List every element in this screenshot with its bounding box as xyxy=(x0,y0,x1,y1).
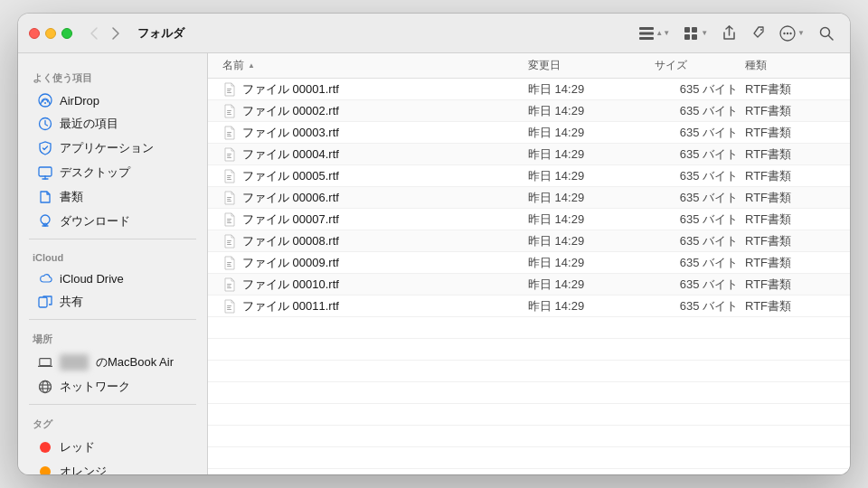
file-kind: RTF書類 xyxy=(745,146,835,163)
sidebar-item-applications[interactable]: アプリケーション xyxy=(24,136,202,160)
column-modified[interactable]: 変更日 xyxy=(528,58,655,73)
file-icon xyxy=(222,277,237,292)
empty-row xyxy=(208,469,850,474)
file-icon xyxy=(222,299,237,314)
sidebar-item-downloads[interactable]: ダウンロード xyxy=(24,210,202,233)
svg-point-22 xyxy=(42,381,48,393)
maximize-button[interactable] xyxy=(61,28,72,39)
table-row[interactable]: ファイル 00002.rtf 昨日 14:29 635 バイト RTF書類 xyxy=(208,100,850,122)
sidebar-item-macbook-label: のMacBook Air xyxy=(96,354,174,371)
sidebar-item-airdrop-label: AirDrop xyxy=(60,94,99,108)
file-modified: 昨日 14:29 xyxy=(528,81,655,98)
table-row[interactable]: ファイル 00010.rtf 昨日 14:29 635 バイト RTF書類 xyxy=(208,274,850,296)
table-row[interactable]: ファイル 00008.rtf 昨日 14:29 635 バイト RTF書類 xyxy=(208,230,850,252)
forward-button[interactable] xyxy=(108,25,123,42)
file-name: ファイル 00002.rtf xyxy=(242,103,339,119)
table-row[interactable]: ファイル 00004.rtf 昨日 14:29 635 バイト RTF書類 xyxy=(208,144,850,165)
file-kind: RTF書類 xyxy=(745,103,835,119)
file-size: 635 バイト xyxy=(655,146,745,163)
sidebar-section-icloud: iCloud xyxy=(18,245,207,267)
table-row[interactable]: ファイル 00009.rtf 昨日 14:29 635 バイト RTF書類 xyxy=(208,252,850,274)
file-modified: 昨日 14:29 xyxy=(528,125,655,141)
svg-rect-19 xyxy=(39,297,47,307)
table-row[interactable]: ファイル 00007.rtf 昨日 14:29 635 バイト RTF書類 xyxy=(208,209,850,230)
svg-rect-38 xyxy=(227,177,231,178)
file-icon xyxy=(222,256,237,270)
sidebar-item-tag-orange[interactable]: オレンジ xyxy=(24,460,202,474)
table-row[interactable]: ファイル 00001.rtf 昨日 14:29 635 バイト RTF書類 xyxy=(208,79,850,100)
titlebar: フォルダ ▲▼ ▼ xyxy=(18,14,850,53)
svg-rect-42 xyxy=(227,201,231,202)
icon-view-button[interactable]: ▼ xyxy=(679,23,713,43)
svg-rect-27 xyxy=(227,92,231,93)
close-button[interactable] xyxy=(29,28,40,39)
table-row[interactable]: ファイル 00003.rtf 昨日 14:29 635 バイト RTF書類 xyxy=(208,122,850,144)
sidebar-item-shared[interactable]: 共有 xyxy=(24,290,202,314)
list-view-button[interactable]: ▲▼ xyxy=(634,23,675,43)
svg-rect-36 xyxy=(227,157,231,158)
file-name: ファイル 00001.rtf xyxy=(242,81,339,98)
table-row[interactable]: ファイル 00006.rtf 昨日 14:29 635 バイト RTF書類 xyxy=(208,187,850,209)
sidebar-item-tag-orange-label: オレンジ xyxy=(60,464,107,474)
sidebar-divider-3 xyxy=(29,404,196,405)
svg-rect-43 xyxy=(227,219,231,220)
main-content: よく使う項目 AirDrop 最近の項目 アプリケーション xyxy=(18,53,850,474)
sidebar-item-downloads-label: ダウンロード xyxy=(60,213,130,230)
svg-point-15 xyxy=(44,102,46,104)
network-icon xyxy=(38,380,52,394)
sidebar-item-desktop-label: デスクトップ xyxy=(60,164,130,181)
file-icon xyxy=(222,169,237,183)
file-name: ファイル 00006.rtf xyxy=(242,190,339,206)
sidebar-item-network-label: ネットワーク xyxy=(60,379,130,395)
icon-view-arrow: ▼ xyxy=(701,29,708,37)
sidebar-item-documents[interactable]: 書類 xyxy=(24,185,202,209)
file-kind: RTF書類 xyxy=(745,298,835,314)
empty-row xyxy=(208,426,850,447)
file-size: 635 バイト xyxy=(655,233,745,249)
file-name: ファイル 00007.rtf xyxy=(242,211,339,228)
file-modified: 昨日 14:29 xyxy=(528,255,655,271)
column-size[interactable]: サイズ xyxy=(655,58,745,73)
file-modified: 昨日 14:29 xyxy=(528,190,655,206)
svg-point-9 xyxy=(783,32,785,33)
minimize-button[interactable] xyxy=(45,28,56,39)
file-name: ファイル 00011.rtf xyxy=(242,298,339,314)
back-button[interactable] xyxy=(87,25,101,42)
more-button[interactable]: ▼ xyxy=(774,22,810,45)
svg-rect-0 xyxy=(639,27,654,30)
table-row[interactable]: ファイル 00005.rtf 昨日 14:29 635 バイト RTF書類 xyxy=(208,165,850,187)
sidebar-item-desktop[interactable]: デスクトップ xyxy=(24,161,202,184)
svg-rect-54 xyxy=(227,287,231,288)
svg-point-7 xyxy=(760,29,762,31)
file-icon xyxy=(222,147,237,162)
share-button[interactable] xyxy=(717,22,741,44)
sidebar-item-network[interactable]: ネットワーク xyxy=(24,375,202,399)
tag-button[interactable] xyxy=(745,23,770,44)
file-icon xyxy=(222,234,237,249)
file-modified: 昨日 14:29 xyxy=(528,298,655,314)
file-kind: RTF書類 xyxy=(745,125,835,141)
sidebar-item-icloud-drive[interactable]: iCloud Drive xyxy=(24,267,202,289)
column-name[interactable]: 名前 ▲ xyxy=(222,58,528,73)
tag-orange-icon xyxy=(38,465,52,474)
sort-icon: ▲ xyxy=(248,61,255,70)
sidebar-item-tag-red[interactable]: レッド xyxy=(24,436,202,459)
svg-rect-17 xyxy=(39,167,52,176)
empty-row xyxy=(208,447,850,469)
sidebar-item-macbook[interactable]: のMacBook Air xyxy=(24,351,202,374)
svg-rect-53 xyxy=(227,286,231,286)
file-size: 635 バイト xyxy=(655,168,745,184)
sidebar-item-documents-label: 書類 xyxy=(60,189,83,205)
toolbar-icons: ▲▼ ▼ xyxy=(634,22,839,45)
column-kind[interactable]: 種類 xyxy=(745,58,835,73)
sidebar-item-airdrop[interactable]: AirDrop xyxy=(24,89,202,111)
sidebar-item-recents[interactable]: 最近の項目 xyxy=(24,112,202,136)
file-name: ファイル 00004.rtf xyxy=(242,146,339,163)
svg-rect-44 xyxy=(227,221,231,221)
search-button[interactable] xyxy=(814,23,839,44)
table-row[interactable]: ファイル 00011.rtf 昨日 14:29 635 バイト RTF書類 xyxy=(208,296,850,317)
svg-rect-47 xyxy=(227,242,231,243)
file-size: 635 バイト xyxy=(655,190,745,206)
file-icon xyxy=(222,126,237,140)
svg-rect-52 xyxy=(227,284,231,285)
